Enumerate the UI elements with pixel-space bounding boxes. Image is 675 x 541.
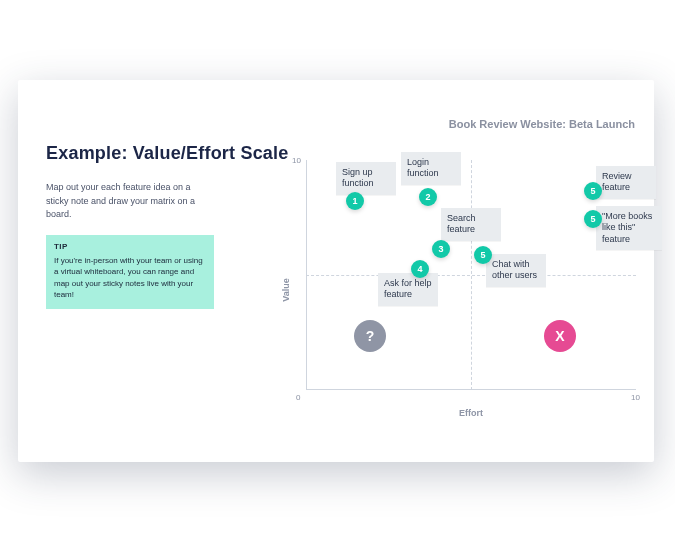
badge-1: 1 — [346, 192, 364, 210]
quadrant-x-icon: X — [544, 320, 576, 352]
badge-5c: 5 — [584, 210, 602, 228]
sticky-signup[interactable]: Sign up function — [336, 162, 396, 195]
badge-5b: 5 — [584, 182, 602, 200]
tick-x-max: 10 — [631, 393, 640, 402]
sticky-ask-help[interactable]: Ask for help feature — [378, 273, 438, 306]
badge-2: 2 — [419, 188, 437, 206]
axis-label-y: Value — [281, 278, 291, 302]
axis-midline-horizontal — [306, 275, 636, 276]
badge-4: 4 — [411, 260, 429, 278]
tip-label: TIP — [54, 241, 206, 253]
sticky-chat[interactable]: Chat with other users — [486, 254, 546, 287]
tick-origin: 0 — [296, 393, 300, 402]
stage: Book Review Website: Beta Launch Example… — [0, 0, 675, 541]
sticky-review[interactable]: Review feature — [596, 166, 656, 199]
value-effort-chart: 10 0 10 Value Effort Sign up function 1 … — [306, 160, 636, 420]
axis-label-x: Effort — [459, 408, 483, 418]
intro-text: Map out your each feature idea on a stic… — [46, 181, 214, 222]
tip-box: TIP If you're in-person with your team o… — [46, 235, 214, 309]
sticky-search[interactable]: Search feature — [441, 208, 501, 241]
badge-3: 3 — [432, 240, 450, 258]
sticky-login[interactable]: Login function — [401, 152, 461, 185]
badge-5a: 5 — [474, 246, 492, 264]
tick-y-max: 10 — [292, 156, 301, 165]
quadrant-question-icon: ? — [354, 320, 386, 352]
tip-body: If you're in-person with your team or us… — [54, 255, 206, 301]
project-subheader: Book Review Website: Beta Launch — [449, 118, 635, 130]
sticky-more-books[interactable]: "More books like this" feature — [596, 206, 662, 250]
page-title: Example: Value/Effort Scale — [46, 143, 289, 164]
